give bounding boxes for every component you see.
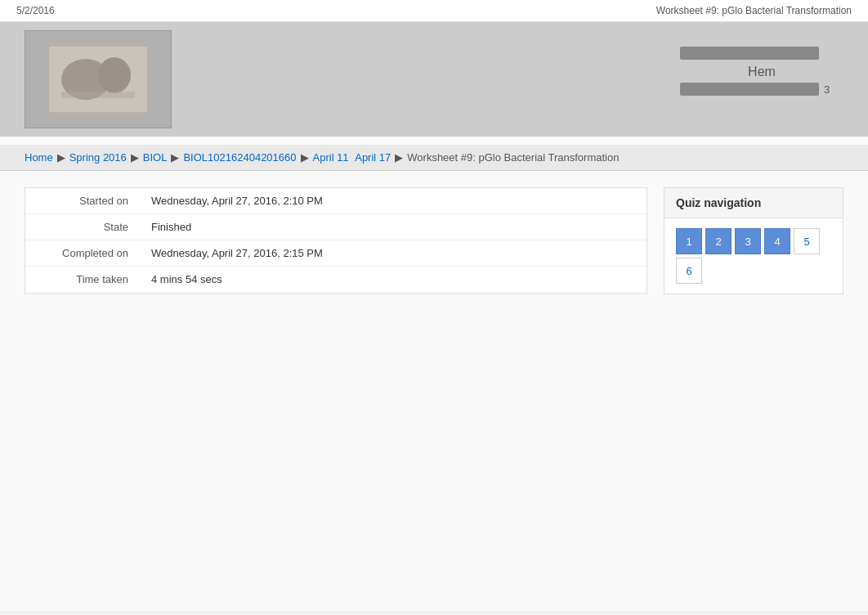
content-wrapper: Home ▶ Spring 2016 ▶ BIOL ▶ BIOL10216240… (0, 137, 868, 611)
nav-btn-5[interactable]: 5 (794, 228, 820, 254)
nav-btn-1[interactable]: 1 (676, 228, 702, 254)
main-layout: Started on Wednesday, April 27, 2016, 2:… (0, 171, 868, 311)
breadcrumb-april11[interactable]: April 11 (313, 151, 349, 164)
header-area: Hem 3 (0, 22, 868, 137)
top-bar: 5/2/2016 Worksheet #9: pGlo Bacterial Tr… (0, 0, 868, 22)
quiz-info-row: Time taken 4 mins 54 secs (25, 267, 647, 293)
quiz-info-panel: Started on Wednesday, April 27, 2016, 2:… (25, 187, 647, 294)
header-bar-1 (680, 47, 819, 60)
quiz-info-value: Wednesday, April 27, 2016, 2:15 PM (140, 240, 647, 267)
breadcrumb-space (351, 151, 354, 164)
quiz-info-row: State Finished (25, 214, 647, 240)
quiz-info-label: Completed on (25, 240, 140, 267)
quiz-nav-buttons: 123456 (664, 218, 843, 294)
header-logo (25, 30, 172, 128)
quiz-info-row: Started on Wednesday, April 27, 2016, 2:… (25, 188, 647, 214)
nav-btn-4[interactable]: 4 (764, 228, 790, 254)
nav-btn-6[interactable]: 6 (676, 258, 702, 284)
breadcrumb-course[interactable]: BIOL102162404201660 (183, 151, 296, 164)
quiz-nav-title: Quiz navigation (664, 188, 843, 218)
top-title: Worksheet #9: pGlo Bacterial Transformat… (656, 5, 852, 16)
breadcrumb-spring2016[interactable]: Spring 2016 (69, 151, 127, 164)
top-date: 5/2/2016 (16, 5, 55, 16)
header-bar-2 (680, 83, 819, 96)
header-label: Hem (680, 65, 843, 79)
quiz-info-table: Started on Wednesday, April 27, 2016, 2:… (25, 188, 647, 293)
logo-image (45, 43, 151, 116)
quiz-info-label: Time taken (25, 267, 140, 293)
breadcrumb-biol[interactable]: BIOL (143, 151, 168, 164)
quiz-info-label: Started on (25, 188, 140, 214)
nav-btn-3[interactable]: 3 (735, 228, 761, 254)
breadcrumb-current: Worksheet #9: pGlo Bacterial Transformat… (407, 151, 619, 164)
breadcrumb-april17[interactable]: April 17 (355, 151, 391, 164)
quiz-info-value: Wednesday, April 27, 2016, 2:10 PM (140, 188, 647, 214)
header-right-block: Hem 3 (680, 47, 843, 96)
sep-1: ▶ (57, 151, 65, 164)
breadcrumb: Home ▶ Spring 2016 ▶ BIOL ▶ BIOL10216240… (0, 145, 868, 171)
quiz-info-label: State (25, 214, 140, 240)
sep-4: ▶ (301, 151, 309, 164)
sep-2: ▶ (131, 151, 139, 164)
header-number: 3 (824, 83, 830, 96)
quiz-info-row: Completed on Wednesday, April 27, 2016, … (25, 240, 647, 267)
quiz-navigation-panel: Quiz navigation 123456 (664, 187, 843, 294)
sep-5: ▶ (395, 151, 403, 164)
quiz-info-value: 4 mins 54 secs (140, 267, 647, 293)
svg-point-3 (98, 57, 131, 93)
quiz-info-value: Finished (140, 214, 647, 240)
breadcrumb-home[interactable]: Home (25, 151, 53, 164)
sep-3: ▶ (171, 151, 179, 164)
svg-rect-4 (61, 92, 135, 98)
nav-btn-2[interactable]: 2 (705, 228, 732, 254)
